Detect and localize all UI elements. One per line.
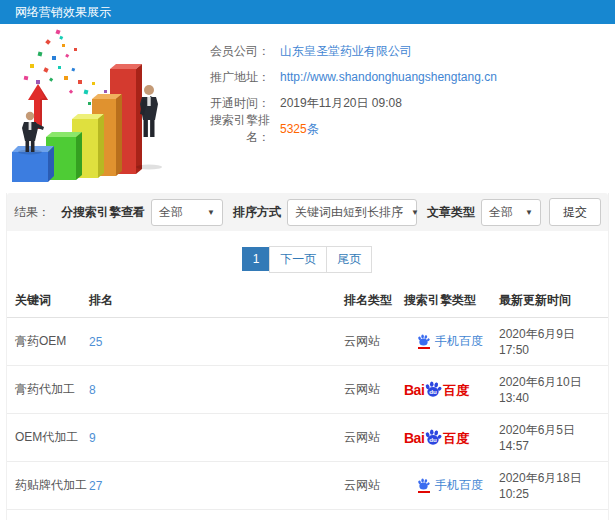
table-row: 膏药OEM25云网站手机百度2020年6月9日 17:50 [7,318,608,366]
open-time-label: 开通时间： [188,95,270,112]
mobile-baidu-underline [418,347,430,349]
pagination-page-1[interactable]: 1 [242,247,271,271]
mobile-baidu-label: 手机百度 [435,333,483,350]
rank-count-number: 5325 [280,122,307,136]
table-row: OEM代加工9云网站Baidu百度2020年6月5日 14:57 [7,414,608,462]
rank-count-unit: 条 [307,122,319,136]
pagination: 1下一页尾页 [7,231,608,284]
baidu-paw-icon: du [424,429,442,445]
result-label: 结果： [14,204,50,221]
submit-button[interactable]: 提交 [549,198,601,226]
rank-cell: 9 [89,414,344,462]
sort-select[interactable]: 关键词由短到长排序 ▼ [287,199,417,226]
rank-cell: 1 [89,510,344,520]
rank-type-cell: 云网站 [344,510,404,520]
company-label: 会员公司： [188,43,270,60]
keyword-cell: 膏药代加工 [7,366,89,414]
engine-cell: Baidu百度 [404,414,499,462]
pagination-next[interactable]: 下一页 [269,246,327,273]
keyword-cell: 膏药OEM [7,318,89,366]
updated-cell: 2020年6月10日 13:40 [499,366,608,414]
rank-link[interactable]: 8 [89,383,96,397]
filter-bar: 结果： 分搜索引擎查看 全部 ▼ 排序方式 关键词由短到长排序 ▼ 文章类型 全… [7,193,608,231]
keyword-cell: 药贴牌代加工 [7,462,89,510]
rank-type-cell: 云网站 [344,318,404,366]
account-info: 会员公司： 山东皇圣堂药业有限公司 推广地址： http://www.shand… [188,24,615,192]
info-row-company: 会员公司： 山东皇圣堂药业有限公司 [188,38,615,64]
updated-cell: 2020年6月5日 14:57 [499,414,608,462]
table-row: 药贴牌代加工27云网站手机百度2020年6月18日 10:25 [7,462,608,510]
updated-cell: 2020年6月18日 10:25 [499,462,608,510]
mobile-baidu-logo: 手机百度 [417,333,483,350]
engine-cell: Baidu百度 [404,366,499,414]
page-header: 网络营销效果展示 [0,0,615,24]
company-link[interactable]: 山东皇圣堂药业有限公司 [280,43,412,60]
rank-type-cell: 云网站 [344,462,404,510]
baidu-paw-icon [417,334,430,346]
rank-link[interactable]: 9 [89,431,96,445]
article-type-label: 文章类型 [427,204,475,221]
baidu-logo: Baidu百度 [404,429,469,445]
header-keyword: 关键词 [7,284,89,318]
header-updated: 最新更新时间 [499,284,608,318]
sort-label: 排序方式 [233,204,281,221]
chevron-down-icon: ▼ [207,208,215,217]
table-row: 膏药代加工8云网站Baidu百度2020年6月10日 13:40 [7,366,608,414]
bar-chart-illustration-svg [0,24,188,189]
rank-cell: 8 [89,366,344,414]
pagination-last[interactable]: 尾页 [326,246,372,273]
rank-count-label: 搜索引擎排名： [188,112,270,146]
mobile-baidu-label: 手机百度 [435,477,483,494]
keyword-ranking-table: 关键词 排名 排名类型 搜索引擎类型 最新更新时间 膏药OEM25云网站手机百度… [7,284,608,520]
promo-url-link[interactable]: http://www.shandonghuangshengtang.cn [280,70,497,84]
article-type-selected-value: 全部 [489,204,513,221]
bar-chart-illustration [0,24,188,189]
baidu-paw-icon [417,478,430,490]
page-title: 网络营销效果展示 [15,5,111,19]
rank-count-value: 5325条 [280,121,319,138]
rank-cell: 27 [89,462,344,510]
engine-cell: Baidu百度 [404,510,499,520]
mobile-baidu-underline [418,491,430,493]
info-row-rank-count: 搜索引擎排名： 5325条 [188,116,615,142]
sort-selected-value: 关键词由短到长排序 [295,204,403,221]
updated-cell: 2020年6月11日 11:18 [499,510,608,520]
table-header-row: 关键词 排名 排名类型 搜索引擎类型 最新更新时间 [7,284,608,318]
header-rank-type: 排名类型 [344,284,404,318]
summary-section: 会员公司： 山东皇圣堂药业有限公司 推广地址： http://www.shand… [0,24,615,192]
engine-cell: 手机百度 [404,462,499,510]
svg-text:du: du [429,388,437,395]
mobile-baidu-logo: 手机百度 [417,477,483,494]
engine-cell: 手机百度 [404,318,499,366]
rank-cell: 25 [89,318,344,366]
keyword-cell: OEM代加工 [7,414,89,462]
article-type-select[interactable]: 全部 ▼ [481,199,541,226]
engine-view-selected-value: 全部 [159,204,183,221]
chevron-down-icon: ▼ [411,208,419,217]
open-time-value: 2019年11月20日 09:08 [280,95,402,112]
results-panel: 结果： 分搜索引擎查看 全部 ▼ 排序方式 关键词由短到长排序 ▼ 文章类型 全… [6,193,609,520]
header-engine-type: 搜索引擎类型 [404,284,499,318]
rank-link[interactable]: 27 [89,479,102,493]
promo-url-label: 推广地址： [188,69,270,86]
header-rank: 排名 [89,284,344,318]
rank-type-cell: 云网站 [344,414,404,462]
rank-link[interactable]: 25 [89,335,102,349]
engine-view-select[interactable]: 全部 ▼ [151,199,223,226]
table-row: 北京膏药贴牌1云网站Baidu百度2020年6月11日 11:18 [7,510,608,520]
baidu-paw-icon: du [424,381,442,397]
svg-text:du: du [429,436,437,443]
chevron-down-icon: ▼ [525,208,533,217]
engine-view-label: 分搜索引擎查看 [61,204,145,221]
rank-type-cell: 云网站 [344,366,404,414]
keyword-cell: 北京膏药贴牌 [7,510,89,520]
updated-cell: 2020年6月9日 17:50 [499,318,608,366]
baidu-logo: Baidu百度 [404,381,469,397]
info-row-url: 推广地址： http://www.shandonghuangshengtang.… [188,64,615,90]
